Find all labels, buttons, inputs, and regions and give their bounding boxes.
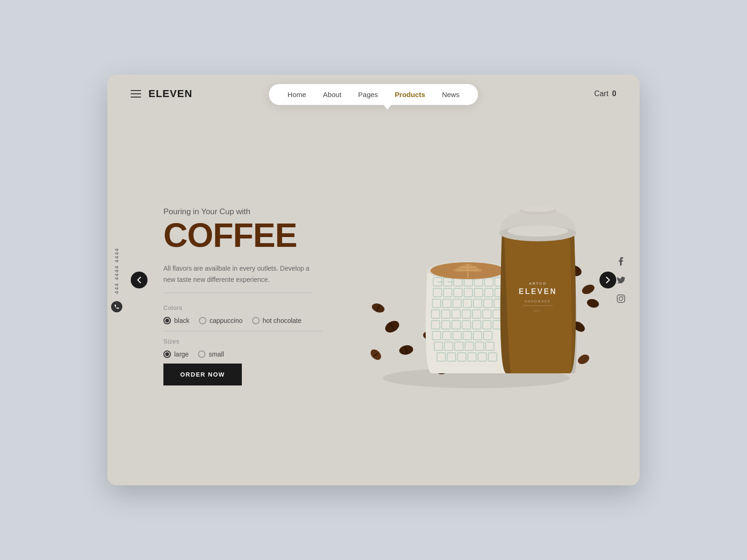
- size-large-label: large: [174, 350, 189, 358]
- main-container: ELEVEN Cart 0 Home About Pages Products …: [107, 75, 640, 485]
- color-black[interactable]: black: [163, 317, 190, 324]
- cart-area[interactable]: Cart 0: [594, 90, 616, 98]
- radio-large[interactable]: [163, 350, 171, 358]
- colors-options: black cappuccino hot chocolate: [163, 317, 359, 324]
- nav-products[interactable]: Products: [395, 91, 425, 98]
- options-divider: [163, 331, 322, 331]
- svg-text:EST.: EST.: [534, 309, 542, 312]
- svg-text:ELEVEN: ELEVEN: [519, 287, 557, 295]
- radio-hot-chocolate[interactable]: [252, 317, 260, 324]
- colors-label: Colors: [163, 304, 359, 311]
- right-sidebar: [616, 257, 626, 303]
- description-divider: [163, 293, 313, 293]
- svg-point-87: [507, 225, 568, 237]
- radio-black-dot: [165, 319, 169, 322]
- navigation: Home About Pages Products News: [269, 84, 478, 105]
- radio-small[interactable]: [198, 350, 205, 358]
- color-cappuccino[interactable]: cappuccino: [199, 317, 243, 324]
- size-small[interactable]: small: [198, 350, 224, 358]
- nav-pages[interactable]: Pages: [358, 91, 378, 98]
- nav-pill: Home About Pages Products News: [269, 84, 478, 105]
- svg-point-26: [581, 283, 596, 296]
- cart-label: Cart: [594, 90, 608, 98]
- color-black-label: black: [174, 317, 190, 324]
- hamburger-button[interactable]: [131, 90, 141, 98]
- color-hot-chocolate-label: hot chocolate: [263, 317, 302, 324]
- hero-description: All flavors are availbale in every outle…: [163, 263, 313, 286]
- nav-news[interactable]: News: [442, 91, 460, 98]
- phone-icon[interactable]: [111, 301, 122, 313]
- nav-home[interactable]: Home: [288, 91, 306, 98]
- svg-text:HANDMADE: HANDMADE: [525, 300, 551, 303]
- svg-point-27: [586, 298, 600, 309]
- instagram-icon[interactable]: [616, 294, 626, 303]
- color-hot-chocolate[interactable]: hot chocolate: [252, 317, 302, 324]
- size-large[interactable]: large: [163, 350, 189, 358]
- prev-arrow[interactable]: [131, 272, 148, 288]
- coffee-scene: ARTCO ELEVEN HANDMADE EST.: [350, 140, 612, 411]
- hero-title: COFFEE: [163, 218, 359, 252]
- left-content: Pouring in Your Cup with COFFEE All flav…: [163, 207, 359, 386]
- radio-large-dot: [165, 352, 169, 356]
- radio-black[interactable]: [163, 317, 171, 324]
- nav-about[interactable]: About: [323, 91, 341, 98]
- sizes-options: large small: [163, 350, 359, 358]
- phone-number: 444 4444 4444: [114, 247, 120, 294]
- cart-count: 0: [612, 90, 616, 98]
- left-sidebar: 444 4444 4444: [107, 247, 126, 312]
- brand-name: ELEVEN: [148, 88, 192, 100]
- sizes-label: Sizes: [163, 338, 359, 345]
- size-small-label: small: [209, 350, 224, 358]
- svg-rect-0: [617, 295, 625, 302]
- order-now-button[interactable]: ORDER NOW: [163, 364, 242, 385]
- svg-point-20: [576, 353, 591, 366]
- svg-point-89: [521, 206, 554, 212]
- main-content: Pouring in Your Cup with COFFEE All flav…: [163, 135, 602, 457]
- hero-subtitle: Pouring in Your Cup with: [163, 207, 359, 217]
- svg-text:ARTCO: ARTCO: [529, 281, 547, 286]
- next-arrow[interactable]: [599, 272, 616, 288]
- twitter-icon[interactable]: [616, 275, 626, 285]
- right-visual: ARTCO ELEVEN HANDMADE EST.: [359, 135, 602, 457]
- svg-point-1: [619, 297, 623, 301]
- facebook-icon[interactable]: [616, 257, 626, 266]
- color-cappuccino-label: cappuccino: [210, 317, 243, 324]
- header-left: ELEVEN: [131, 88, 192, 100]
- radio-cappuccino[interactable]: [199, 317, 206, 324]
- svg-point-2: [623, 296, 624, 297]
